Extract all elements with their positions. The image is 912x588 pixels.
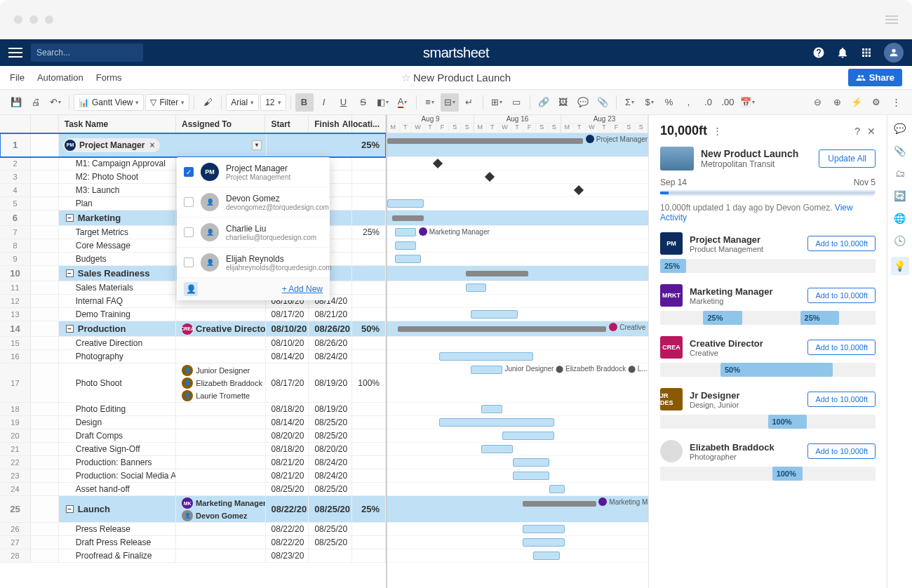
add-to-10000ft-button[interactable]: Add to 10,000ft [807, 392, 876, 407]
add-to-10000ft-button[interactable]: Add to 10,000ft [807, 443, 876, 459]
textcolor-button[interactable]: A [394, 93, 412, 112]
rail-publish-icon[interactable]: 🌐 [894, 212, 906, 225]
undo-icon[interactable]: ↶ [46, 93, 65, 112]
help-icon[interactable] [812, 46, 825, 59]
collapse-toggle[interactable]: − [66, 505, 74, 513]
contact-option[interactable]: 👤Elijah Reynoldselijahreynolds@torquedes… [177, 248, 330, 278]
window-max-dot[interactable] [45, 15, 53, 24]
sum-icon[interactable]: Σ [621, 93, 639, 112]
font-select[interactable]: Arial [226, 94, 259, 111]
person-icon[interactable]: 👤 [184, 282, 198, 296]
dec-inc-icon[interactable]: .0 [699, 93, 718, 112]
window-min-dot[interactable] [29, 15, 38, 24]
table-row[interactable]: 18Photo Editing08/18/2008/19/20 [0, 403, 386, 416]
sheet-title[interactable]: New Product Launch [401, 72, 511, 84]
table-row[interactable]: 28Proofread & Finalize08/23/20 [0, 549, 386, 563]
menu-automation[interactable]: Automation [37, 72, 83, 83]
table-row[interactable]: 17Photo Shoot👤Junior Designer👤Elizabeth … [0, 363, 386, 403]
table-row[interactable]: 26Press Release08/22/2008/25/20 [0, 523, 386, 536]
filter-button[interactable]: ▽ Filter [145, 94, 189, 111]
apps-icon[interactable] [860, 46, 873, 59]
italic-button[interactable]: I [315, 93, 333, 112]
percent-icon[interactable]: % [660, 93, 678, 112]
date-icon[interactable]: 📅 [739, 93, 757, 112]
rail-update-icon[interactable]: 🔄 [894, 189, 906, 202]
menu-forms[interactable]: Forms [96, 72, 122, 83]
align-h-button[interactable]: ≡ [421, 93, 439, 112]
user-avatar[interactable] [884, 43, 904, 62]
table-row[interactable]: 25−LaunchMKMarketing Manager👤Devon Gomez… [0, 496, 386, 523]
highlight-button[interactable]: ▭ [507, 93, 525, 112]
table-row[interactable]: 22Production: Banners08/21/2008/24/20 [0, 456, 386, 469]
table-row[interactable]: 16Photography08/14/2008/24/20 [0, 350, 386, 363]
currency-icon[interactable]: $ [641, 93, 659, 112]
zoom-out-icon[interactable]: ⊖ [808, 93, 826, 112]
add-new-link[interactable]: + Add New [282, 284, 323, 294]
col-task[interactable]: Task Name [59, 115, 176, 133]
collapse-toggle[interactable]: − [66, 325, 74, 333]
table-row[interactable]: 14−ProductionCREACreative Director08/10/… [0, 321, 386, 337]
add-to-10000ft-button[interactable]: Add to 10,000ft [807, 288, 876, 303]
panel-help-icon[interactable]: ? [854, 126, 860, 137]
fontsize-select[interactable]: 12 [260, 94, 286, 111]
strike-button[interactable]: S [354, 93, 373, 112]
save-icon[interactable]: 💾 [7, 93, 25, 112]
menu-icon[interactable] [8, 48, 22, 58]
contact-option[interactable]: 👤Charlie Liucharlieliu@torquedesign.com [177, 218, 330, 248]
table-row[interactable]: 20Draft Comps08/20/2008/25/20 [0, 429, 386, 443]
numformat-button[interactable]: ⊞ [488, 93, 506, 112]
col-start[interactable]: Start [265, 115, 309, 133]
panel-menu-icon[interactable]: ⋮ [713, 126, 722, 136]
paint-icon[interactable]: 🖌 [199, 93, 217, 112]
browser-menu-icon[interactable] [885, 15, 898, 24]
bold-button[interactable]: B [295, 93, 314, 112]
print-icon[interactable]: 🖨 [27, 93, 45, 112]
dropdown-icon[interactable]: ▾ [252, 140, 262, 150]
contact-option[interactable]: ✓PMProject ManagerProject Management [177, 157, 330, 187]
comment-icon[interactable]: 💬 [574, 93, 592, 112]
table-row[interactable]: 21Creative Sign-Off08/18/2008/20/20 [0, 443, 386, 456]
share-button[interactable]: Share [848, 69, 902, 86]
table-row[interactable]: 19Design08/14/2008/25/20 [0, 416, 386, 429]
col-alloc[interactable]: Allocati... [352, 115, 386, 133]
collapse-toggle[interactable]: − [66, 269, 74, 277]
dec-dec-icon[interactable]: .00 [719, 93, 737, 112]
align-v-button[interactable]: ⊟ [441, 93, 459, 112]
rail-attachments-icon[interactable]: 📎 [894, 145, 906, 157]
table-row[interactable]: 24Asset hand-off08/25/2008/25/20 [0, 483, 386, 496]
rail-comments-icon[interactable]: 💬 [894, 122, 906, 135]
panel-close-icon[interactable]: ✕ [867, 126, 876, 137]
comma-icon[interactable]: , [680, 93, 698, 112]
bell-icon[interactable] [836, 46, 849, 59]
col-assigned[interactable]: Assigned To [176, 115, 265, 133]
search-input[interactable] [36, 48, 142, 58]
window-close-dot[interactable] [14, 15, 22, 24]
add-to-10000ft-button[interactable]: Add to 10,000ft [807, 236, 876, 251]
image-icon[interactable]: 🖼 [554, 93, 572, 112]
chip-remove-icon[interactable]: × [148, 140, 156, 150]
search-box[interactable] [31, 44, 143, 62]
proof-icon[interactable]: 📎 [594, 93, 612, 112]
wrap-button[interactable]: ↵ [460, 93, 478, 112]
gear-icon[interactable]: ⚙ [867, 93, 885, 112]
critical-path-icon[interactable]: ⚡ [847, 93, 866, 112]
contact-dropdown[interactable]: ✓PMProject ManagerProject Management👤Dev… [177, 157, 330, 300]
menu-file[interactable]: File [10, 72, 25, 83]
contact-option[interactable]: 👤Devon Gomezdevongomez@torquedesign.com [177, 187, 330, 218]
collapse-toggle[interactable]: − [66, 214, 74, 222]
view-select[interactable]: 📊 Gantt View [74, 94, 144, 111]
table-row[interactable]: 13Demo Training08/17/2008/21/20 [0, 308, 386, 321]
more-icon[interactable]: ⋮ [887, 93, 905, 112]
update-all-button[interactable]: Update All [819, 149, 876, 168]
link-icon[interactable]: 🔗 [535, 93, 553, 112]
fillcolor-button[interactable]: ◧ [374, 93, 392, 112]
rail-activity-icon[interactable]: 🕓 [894, 234, 906, 247]
table-row[interactable]: 27Draft Press Release08/22/2008/25/20 [0, 536, 386, 549]
table-row[interactable]: 15Creative Direction08/10/2008/26/20 [0, 337, 386, 350]
rail-proofs-icon[interactable]: 🗂 [894, 167, 906, 180]
zoom-in-icon[interactable]: ⊕ [828, 93, 846, 112]
rail-resource-icon[interactable]: 💡 [891, 257, 909, 275]
table-row[interactable]: 1PMProject Manager×▾25% [0, 133, 386, 157]
add-to-10000ft-button[interactable]: Add to 10,000ft [807, 340, 876, 355]
table-row[interactable]: 23Production: Social Media Art08/21/2008… [0, 469, 386, 483]
